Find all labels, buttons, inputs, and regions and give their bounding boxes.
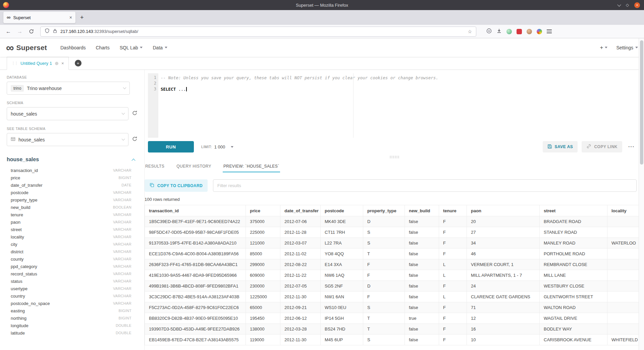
collapse-chevron-up-icon[interactable]: [131, 159, 135, 162]
column-name: status: [11, 279, 22, 284]
table-cell: 16: [467, 324, 540, 335]
window-close-icon[interactable]: ×: [634, 2, 640, 8]
table-cell: REMBRANDT CLOSE: [540, 259, 607, 270]
add-query-tab-button[interactable]: +: [75, 60, 82, 67]
results-body: 1B5C39ED-BE7F-41EF-9E71-9C60EED74A223750…: [145, 216, 644, 345]
table-cell: 138000: [246, 324, 280, 335]
run-button[interactable]: RUN: [148, 141, 194, 152]
editor-print-margin: [353, 73, 354, 138]
column-type: VARCHAR: [113, 235, 131, 239]
downloads-icon[interactable]: [496, 28, 502, 35]
copy-to-clipboard-button[interactable]: COPY TO CLIPBOARD: [145, 179, 208, 192]
chevron-down-icon: [122, 112, 125, 115]
superset-logo[interactable]: ∞ Superset: [6, 43, 47, 53]
column-name: transaction_id: [11, 168, 38, 173]
page-scrollbar[interactable]: [639, 38, 644, 350]
extension-icon[interactable]: [537, 29, 542, 34]
schema-column-row: postcodeVARCHAR: [11, 189, 131, 196]
sql-select-line: SELECT ...: [161, 86, 637, 92]
results-column-header[interactable]: property_type: [363, 205, 405, 216]
table-cell: BS24 7HD: [321, 324, 363, 335]
drag-grip-icon: ⋮⋮: [11, 61, 17, 65]
results-column-header[interactable]: new_build: [405, 205, 439, 216]
nav-dashboards[interactable]: Dashboards: [60, 45, 86, 50]
tracking-shield-icon[interactable]: [45, 28, 50, 35]
editor-content[interactable]: -- Note: Unless you save your query, the…: [158, 73, 637, 92]
table-cell: F: [363, 259, 405, 270]
results-column-header[interactable]: tenure: [439, 205, 467, 216]
table-cell: MK40 3DE: [321, 216, 363, 227]
table-cell: F: [439, 281, 467, 292]
refresh-schemas-icon[interactable]: [132, 110, 138, 117]
url-bar[interactable]: 217.160.120.143:32393/superset/sqllab/ ☆: [40, 27, 476, 37]
table-name-heading[interactable]: house_sales: [7, 157, 39, 163]
table-cell: false: [405, 292, 439, 302]
column-type: VARCHAR: [113, 279, 131, 283]
url-text[interactable]: 217.160.120.143:32393/superset/sqllab/: [60, 29, 465, 34]
superset-favicon-icon: ∞: [7, 15, 10, 20]
results-column-header[interactable]: paon: [467, 205, 540, 216]
table-cell: MILL APARTMENTS, 1 - 7: [467, 270, 540, 281]
table-cell: 2012-07-06: [280, 216, 321, 227]
table-cell: L: [439, 259, 467, 270]
results-column-header[interactable]: postcode: [321, 205, 363, 216]
tab-preview-house-sales[interactable]: PREVIEW: `HOUSE_SALES`: [223, 161, 280, 172]
table-cell: SG5 2NF: [321, 281, 363, 292]
nav-data[interactable]: Data: [153, 45, 167, 50]
bookmark-star-icon[interactable]: ☆: [468, 29, 472, 34]
database-select[interactable]: trino Trino warehouse: [7, 82, 130, 95]
refresh-tables-icon[interactable]: [132, 136, 138, 143]
results-column-header[interactable]: price: [246, 205, 280, 216]
schema-select[interactable]: house_sales: [7, 107, 128, 120]
results-column-header[interactable]: transaction_id: [145, 205, 246, 216]
table-cell: F: [439, 302, 467, 313]
menu-hamburger-icon[interactable]: [547, 30, 552, 33]
tab-query-history[interactable]: QUERY HISTORY: [176, 161, 212, 172]
column-name: northing: [11, 316, 26, 321]
database-value: Trino warehouse: [27, 86, 62, 91]
site-security-lock-icon[interactable]: [53, 29, 57, 35]
results-column-header[interactable]: street: [540, 205, 607, 216]
table-cell: F: [439, 249, 467, 259]
pane-resize-handle[interactable]: [145, 153, 644, 161]
table-cell: 2012-07-05: [280, 281, 321, 292]
query-tab-close-icon[interactable]: ×: [61, 61, 64, 66]
new-tab-button[interactable]: +: [80, 14, 84, 21]
table-cell: CT11 7RH: [321, 227, 363, 238]
chevron-down-icon: [165, 47, 167, 48]
filter-results-input[interactable]: [213, 179, 637, 192]
ublock-extension-icon[interactable]: [517, 29, 522, 34]
add-new-menu[interactable]: +: [600, 44, 607, 51]
window-title: Superset — Mozilla Firefox: [0, 3, 644, 8]
copy-link-button[interactable]: COPY LINK: [582, 141, 622, 152]
results-column-header[interactable]: date_of_transfer: [280, 205, 321, 216]
table-cell: T: [363, 324, 405, 335]
extension-icon[interactable]: [506, 29, 512, 34]
scrollbar-thumb[interactable]: [640, 40, 643, 165]
browser-tab[interactable]: ∞ Superset ×: [3, 12, 75, 23]
limit-dropdown[interactable]: LIMIT: 1 000: [201, 144, 233, 149]
sql-editor[interactable]: 1 2 3 -- Note: Unless you save your quer…: [148, 73, 637, 138]
save-as-button[interactable]: SAVE AS: [543, 141, 578, 152]
extension-icon[interactable]: [527, 29, 532, 34]
nav-sql-lab[interactable]: SQL Lab: [120, 45, 143, 50]
back-icon[interactable]: ←: [3, 27, 13, 37]
table-select[interactable]: house_sales: [7, 133, 128, 146]
table-cell: 2012-11-30: [280, 292, 321, 302]
table-cell: D: [363, 216, 405, 227]
table-cell: T: [363, 313, 405, 324]
nav-charts[interactable]: Charts: [96, 45, 110, 50]
settings-menu[interactable]: Settings: [616, 45, 638, 50]
more-actions-icon[interactable]: ···: [626, 144, 637, 150]
query-tab[interactable]: ⋮⋮ Untitled Query 1 ×: [7, 57, 69, 70]
table-cell: CARISBROOK AVENUE: [540, 335, 607, 345]
reload-icon[interactable]: [26, 27, 36, 37]
schema-column-row: new_buildBOOLEAN: [11, 204, 131, 211]
save-icon: [547, 144, 552, 150]
tab-results[interactable]: RESULTS: [145, 161, 165, 172]
window-maximize-icon[interactable]: ◇: [626, 3, 629, 7]
tab-close-icon[interactable]: ×: [69, 15, 72, 20]
pocket-icon[interactable]: [486, 28, 492, 35]
table-cell: 1225000: [246, 292, 280, 302]
window-minimize-icon[interactable]: [617, 3, 621, 6]
